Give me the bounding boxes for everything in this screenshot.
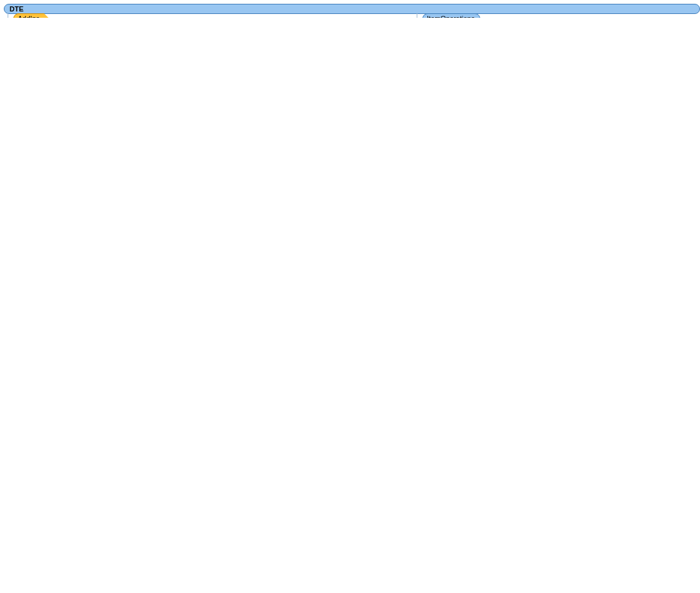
addins: AddIns [13, 13, 49, 18]
dte-children-right: ItemOperations Macros Find WindowConfigu… [413, 13, 597, 18]
dte-children-left: AddIns AddIn CommandBars (Office) Comman… [4, 13, 150, 18]
itemoperations: ItemOperations [422, 13, 480, 18]
